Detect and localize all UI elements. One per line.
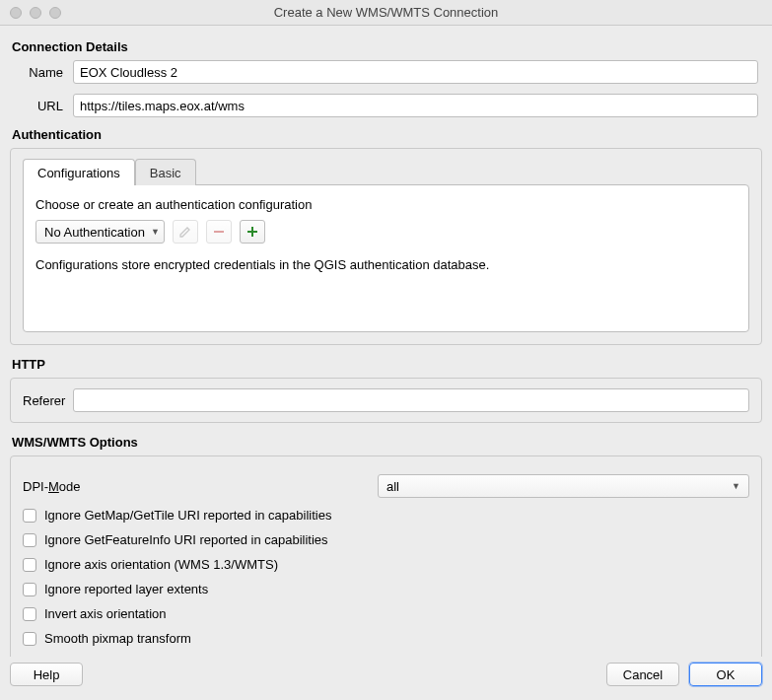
plus-icon: [246, 225, 259, 239]
auth-config-select-value: No Authentication: [44, 225, 145, 240]
authentication-group: Configurations Basic Choose or create an…: [10, 148, 762, 345]
referer-row: Referer: [23, 388, 749, 412]
auth-choose-label: Choose or create an authentication confi…: [35, 197, 737, 212]
dpi-mode-value: all: [386, 479, 399, 494]
wms-options-group: DPI-Mode all ▼ Ignore GetMap/GetTile URI…: [10, 455, 762, 668]
authentication-heading: Authentication: [12, 127, 762, 142]
wms-options-heading: WMS/WMTS Options: [12, 435, 762, 450]
auth-config-row: No Authentication ▼: [35, 220, 737, 244]
auth-edit-button[interactable]: [173, 220, 198, 244]
minimize-window-icon[interactable]: [30, 7, 41, 19]
url-label: URL: [18, 99, 73, 113]
dpi-mode-row: DPI-Mode all ▼: [23, 474, 749, 498]
invert-axis-label: Invert axis orientation: [44, 606, 167, 621]
window-title: Create a New WMS/WMTS Connection: [0, 5, 772, 20]
checkbox-icon[interactable]: [23, 632, 36, 646]
dpi-mode-select[interactable]: all ▼: [378, 474, 749, 498]
auth-remove-button[interactable]: [206, 220, 232, 244]
ignore-getfeatureinfo-row[interactable]: Ignore GetFeatureInfo URI reported in ca…: [23, 532, 749, 547]
invert-axis-row[interactable]: Invert axis orientation: [23, 606, 749, 621]
checkbox-icon[interactable]: [23, 533, 36, 547]
smooth-pixmap-row[interactable]: Smooth pixmap transform: [23, 631, 749, 646]
dpi-mode-label: DPI-Mode: [23, 479, 378, 494]
name-input[interactable]: [73, 60, 758, 84]
name-row: Name: [18, 60, 758, 84]
close-window-icon[interactable]: [10, 7, 22, 19]
http-heading: HTTP: [12, 357, 762, 372]
checkbox-icon[interactable]: [23, 583, 36, 596]
ignore-getfeatureinfo-label: Ignore GetFeatureInfo URI reported in ca…: [44, 532, 328, 547]
smooth-pixmap-label: Smooth pixmap transform: [44, 631, 191, 646]
dpi-mode-label-prefix: DPI-: [23, 479, 48, 494]
auth-storage-note: Configurations store encrypted credentia…: [35, 257, 737, 272]
auth-tab-panel: Choose or create an authentication confi…: [23, 184, 749, 332]
dialog-footer: Help Cancel OK: [0, 657, 772, 700]
chevron-down-icon: ▼: [732, 481, 740, 491]
auth-config-select[interactable]: No Authentication ▼: [35, 220, 165, 244]
pencil-icon: [178, 225, 192, 239]
zoom-window-icon[interactable]: [49, 7, 61, 19]
minus-icon: [212, 225, 226, 239]
chevron-down-icon: ▼: [151, 227, 160, 237]
auth-tabs: Configurations Basic: [23, 159, 749, 185]
tab-configurations[interactable]: Configurations: [23, 159, 135, 185]
http-group: Referer: [10, 378, 762, 423]
checkbox-icon[interactable]: [23, 607, 36, 621]
svg-rect-2: [247, 231, 257, 233]
auth-add-button[interactable]: [240, 220, 265, 244]
dpi-mode-label-suffix: ode: [59, 479, 81, 494]
ignore-axis-row[interactable]: Ignore axis orientation (WMS 1.3/WMTS): [23, 557, 749, 572]
ok-button[interactable]: OK: [689, 663, 762, 686]
ignore-extents-row[interactable]: Ignore reported layer extents: [23, 582, 749, 596]
ignore-axis-label: Ignore axis orientation (WMS 1.3/WMTS): [44, 557, 278, 572]
tab-basic[interactable]: Basic: [135, 159, 196, 185]
window-controls: [0, 7, 61, 19]
dpi-mode-label-hotkey: M: [48, 479, 59, 494]
ignore-getmap-row[interactable]: Ignore GetMap/GetTile URI reported in ca…: [23, 508, 749, 523]
titlebar: Create a New WMS/WMTS Connection: [0, 0, 772, 26]
svg-rect-0: [214, 231, 224, 233]
checkbox-icon[interactable]: [23, 558, 36, 572]
name-label: Name: [18, 65, 73, 80]
ignore-extents-label: Ignore reported layer extents: [44, 582, 208, 596]
help-button[interactable]: Help: [10, 663, 83, 686]
checkbox-icon[interactable]: [23, 509, 36, 523]
url-input[interactable]: [73, 94, 758, 117]
url-row: URL: [18, 94, 758, 117]
cancel-button[interactable]: Cancel: [606, 663, 679, 686]
referer-input[interactable]: [73, 388, 749, 412]
ignore-getmap-label: Ignore GetMap/GetTile URI reported in ca…: [44, 508, 331, 523]
connection-details-heading: Connection Details: [12, 39, 762, 54]
referer-label: Referer: [23, 393, 65, 408]
